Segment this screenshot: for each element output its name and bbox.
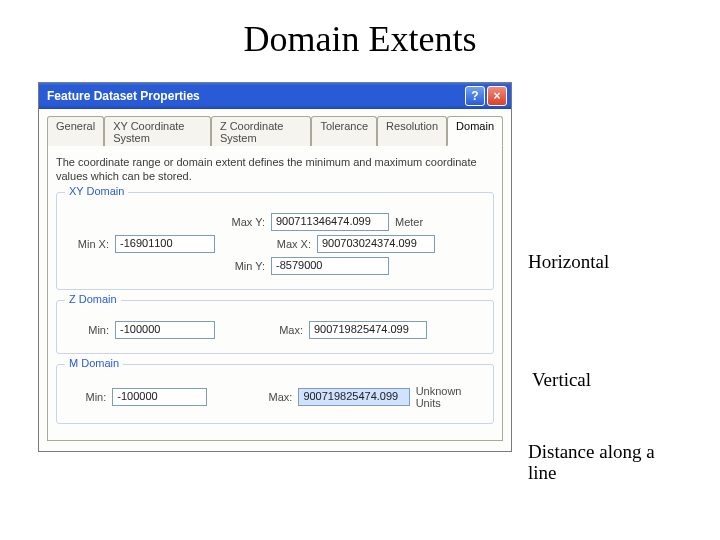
client-area: General XY Coordinate System Z Coordinat… [39, 109, 511, 451]
tab-z-coordinate-system[interactable]: Z Coordinate System [211, 116, 312, 146]
tab-xy-coordinate-system[interactable]: XY Coordinate System [104, 116, 211, 146]
m-domain-legend: M Domain [65, 357, 123, 369]
min-x-field[interactable]: -16901100 [115, 235, 215, 253]
help-button[interactable]: ? [465, 86, 485, 106]
dialog-window: Feature Dataset Properties ? × General X… [38, 82, 512, 452]
z-min-label: Min: [65, 324, 109, 336]
z-domain-group: Z Domain Min: -100000 Max: 900719825474.… [56, 300, 494, 354]
m-domain-group: M Domain Min: -100000 Max: 900719825474.… [56, 364, 494, 424]
m-min-label: Min: [65, 391, 106, 403]
min-y-label: Min Y: [221, 260, 265, 272]
tab-tolerance[interactable]: Tolerance [311, 116, 377, 146]
window-title: Feature Dataset Properties [47, 89, 463, 103]
annotation-horizontal: Horizontal [528, 252, 609, 273]
z-min-field[interactable]: -100000 [115, 321, 215, 339]
max-y-field[interactable]: 900711346474.099 [271, 213, 389, 231]
z-max-field[interactable]: 900719825474.099 [309, 321, 427, 339]
m-unit: Unknown Units [416, 385, 485, 409]
m-min-field[interactable]: -100000 [112, 388, 206, 406]
max-y-label: Max Y: [221, 216, 265, 228]
titlebar[interactable]: Feature Dataset Properties ? × [39, 83, 511, 109]
annotation-distance: Distance along a line [528, 442, 678, 484]
tab-general[interactable]: General [47, 116, 104, 146]
max-x-label: Max X: [267, 238, 311, 250]
m-max-label: Max: [259, 391, 293, 403]
max-x-field[interactable]: 900703024374.099 [317, 235, 435, 253]
annotation-vertical: Vertical [532, 370, 591, 391]
tab-resolution[interactable]: Resolution [377, 116, 447, 146]
z-max-label: Max: [267, 324, 303, 336]
z-domain-legend: Z Domain [65, 293, 121, 305]
tab-panel-domain: The coordinate range or domain extent de… [47, 145, 503, 441]
min-x-label: Min X: [65, 238, 109, 250]
xy-unit: Meter [395, 216, 423, 228]
xy-domain-group: XY Domain Max Y: 900711346474.099 Meter … [56, 192, 494, 290]
description-text: The coordinate range or domain extent de… [56, 156, 494, 184]
m-max-field[interactable]: 900719825474.099 [298, 388, 409, 406]
min-y-field[interactable]: -8579000 [271, 257, 389, 275]
close-button[interactable]: × [487, 86, 507, 106]
xy-domain-legend: XY Domain [65, 185, 128, 197]
tab-strip: General XY Coordinate System Z Coordinat… [47, 115, 503, 145]
tab-domain[interactable]: Domain [447, 116, 503, 146]
slide-title: Domain Extents [0, 0, 720, 66]
